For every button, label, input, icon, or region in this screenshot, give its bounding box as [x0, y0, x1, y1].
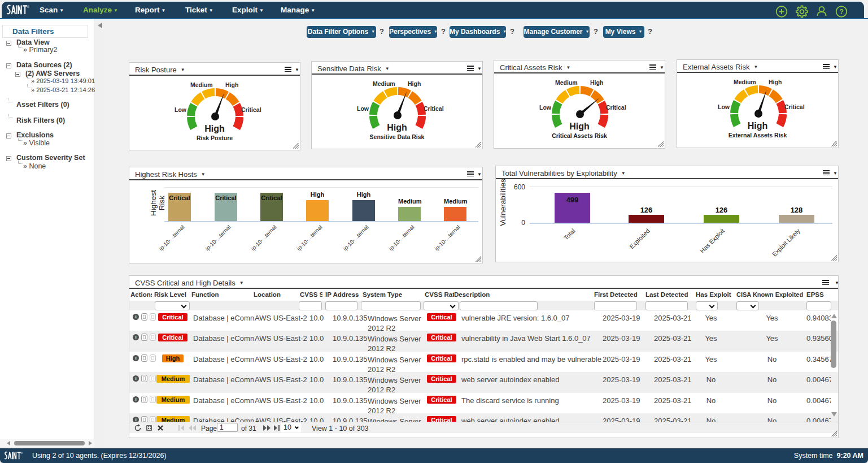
svg-text:?: ? [839, 8, 844, 16]
svg-text:R: R [27, 6, 29, 8]
